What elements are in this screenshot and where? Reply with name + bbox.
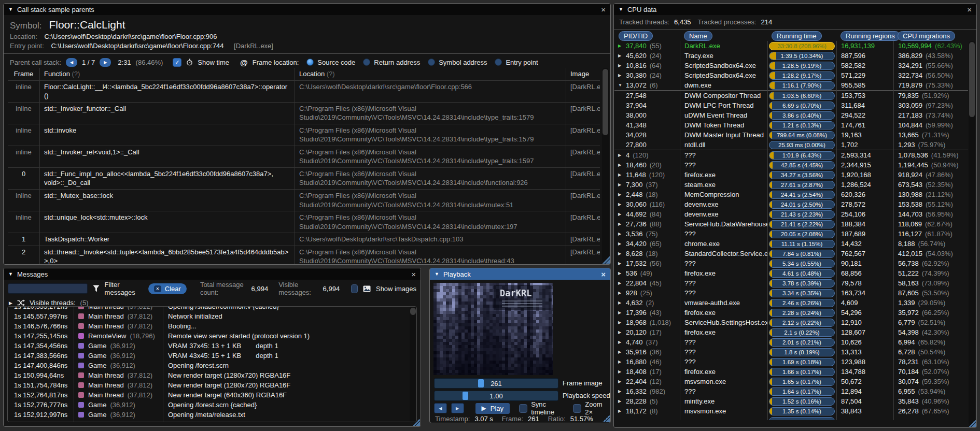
expand-row-icon[interactable]: ▶: [618, 320, 626, 325]
playback-titlebar[interactable]: ▼ Playback ×: [430, 268, 610, 280]
cpu-row[interactable]: ▶4(120)???1:01.9 (6.43%)2,593,3141,078,5…: [614, 150, 968, 160]
cpu-row[interactable]: ▶7,300(37)steam.exe27.61 s (2.87%)1,286,…: [614, 180, 968, 190]
callstack-row[interactable]: inlinestd::unique_lock<std::mutex>::lock…: [8, 211, 600, 233]
cpu-row[interactable]: ▶22,404(12)msvsmon.exe1.65 s (0.17%)50,6…: [614, 377, 968, 386]
message-row[interactable]: 1s 147,383,566nsGame(36,912)VRAM 43x45: …: [8, 351, 416, 361]
cpu-row[interactable]: ▼13,072(6)dwm.exe1:16.1 (7.90%)955,58571…: [614, 80, 968, 90]
cpu-row[interactable]: ▶27,736(88)ServiceHub.DataWarehouse21.41…: [614, 219, 968, 229]
expand-row-icon[interactable]: ▶: [618, 182, 626, 187]
sort-pid-button[interactable]: PID/TID: [619, 31, 653, 41]
scrollbar-thumb[interactable]: [969, 42, 975, 117]
message-row[interactable]: 1s 151,754,784nsMain thread(37,812)New r…: [8, 380, 416, 390]
close-icon[interactable]: ×: [967, 6, 972, 13]
resize-grip[interactable]: [413, 419, 420, 426]
cpu-row[interactable]: ▶536(49)firefox.exe4.61 s (0.48%)68,8565…: [614, 268, 968, 278]
cpu-row[interactable]: ▶10,816(64)ScriptedSandbox64.exe1:28.5 (…: [614, 61, 968, 70]
callstack-row[interactable]: 2std::thread::_Invoke<std::tuple<<lambda…: [8, 246, 600, 265]
callstack-row[interactable]: inlinestd::_Invoker_functor::_CallC:\Pro…: [8, 103, 600, 124]
expand-row-icon[interactable]: ▶: [618, 73, 626, 78]
callstack-row[interactable]: inlineFloor::CalcLight::__l4::<lambda_5b…: [8, 81, 600, 103]
expand-row-icon[interactable]: ▶: [618, 300, 626, 305]
prev-frame-button[interactable]: ◀: [434, 403, 447, 413]
cpu-row[interactable]: ▶18,408(17)firefox.exe1.66 s (0.17%)134,…: [614, 367, 968, 377]
zoom-2x-checkbox[interactable]: Zoom 2×: [573, 400, 610, 416]
sort-name-button[interactable]: Name: [684, 31, 712, 41]
radio-entry-point[interactable]: Entry point: [495, 59, 538, 66]
callstack-row[interactable]: inlinestd::_Invoker_ret<void,1>::_CallC:…: [8, 146, 600, 168]
radio-source-code[interactable]: Source code: [306, 59, 355, 66]
close-icon[interactable]: ×: [411, 270, 416, 278]
sort-cpu-migrations-button[interactable]: CPU migrations: [898, 31, 955, 41]
expand-row-icon[interactable]: ▶: [618, 291, 626, 295]
expand-row-icon[interactable]: ▶: [618, 53, 626, 58]
show-time-label[interactable]: Show time: [198, 59, 229, 66]
cpu-row[interactable]: ▶30,060(116)devenv.exe24.01 s (2.50%)278…: [614, 199, 968, 209]
expand-row-icon[interactable]: ▶: [618, 271, 626, 276]
sort-running-regions-button[interactable]: Running regions: [841, 31, 900, 41]
message-row[interactable]: 1s 153,116,97nsGame(36,912)Intro menu lo…: [8, 420, 416, 422]
expand-row-icon[interactable]: ▶: [618, 261, 626, 266]
expand-row-icon[interactable]: ▶: [618, 212, 626, 217]
callstack-scrollbar[interactable]: [602, 68, 609, 262]
sort-running-time-button[interactable]: Running time: [772, 31, 822, 41]
expand-row-icon[interactable]: ▶: [618, 330, 626, 335]
message-row[interactable]: 1s 145,557,997nsMain thread(37,812)Netwo…: [8, 311, 416, 321]
callstack-row[interactable]: 0std::_Func_impl_no_alloc<<lambda_5bc224…: [8, 168, 600, 190]
show-time-checkbox[interactable]: ✓: [173, 58, 181, 67]
scrollbar-thumb[interactable]: [410, 308, 416, 315]
cpu-row[interactable]: ▶20,120(17)firefox.exe2.1 s (0.22%)128,6…: [614, 327, 968, 337]
message-row[interactable]: 1s 152,776,777nsGame(36,912)Opening /for…: [8, 400, 416, 410]
expand-row-icon[interactable]: ▶: [618, 360, 626, 364]
cpu-row[interactable]: ▶2,448(18)MemCompression24.41 s (2.54%)6…: [614, 190, 968, 199]
cpu-row[interactable]: ▶17,532(56)???5.34 s (0.55%)90,18156,738…: [614, 258, 968, 268]
expand-row-icon[interactable]: ▶: [618, 241, 626, 246]
cpu-row[interactable]: ▶16,880(46)???1.69 s (0.18%)123,98878,23…: [614, 357, 968, 367]
collapse-icon[interactable]: ▼: [435, 271, 439, 277]
messages-scrollbar[interactable]: [410, 307, 416, 422]
message-row[interactable]: 1s 120,333,272nsMain thread(37,812)Openi…: [8, 306, 416, 311]
cpu-row[interactable]: ▶18,172(8)msvsmon.exe1.35 s (0.14%)38,84…: [614, 406, 968, 416]
expand-row-icon[interactable]: ▶: [618, 409, 626, 413]
expand-row-icon[interactable]: ▶: [618, 399, 626, 404]
cpu-row[interactable]: ▶18,460(20)???42.85 s (4.45%)2,344,9151,…: [614, 160, 968, 170]
next-parent-button[interactable]: ▶: [100, 58, 111, 67]
callstack-row[interactable]: inlinestd::_Mutex_base::lockC:\Program F…: [8, 190, 600, 211]
collapse-row-icon[interactable]: ▼: [618, 83, 626, 88]
expand-row-icon[interactable]: ▶: [618, 192, 626, 197]
expand-row-icon[interactable]: ▶: [618, 173, 626, 177]
expand-row-icon[interactable]: ▶: [618, 222, 626, 226]
expand-row-icon[interactable]: ▶: [618, 350, 626, 354]
cpu-row[interactable]: [614, 416, 968, 420]
expand-row-icon[interactable]: ▶: [618, 389, 626, 394]
filter-input[interactable]: [8, 283, 88, 294]
prev-parent-button[interactable]: ◀: [66, 58, 77, 67]
expand-row-icon[interactable]: ▶: [618, 340, 626, 344]
cpu-row[interactable]: 27,800ntdll.dll25.93 ms (0.00%)1,7021,29…: [614, 140, 968, 150]
radio-return-address[interactable]: Return address: [363, 59, 420, 66]
close-icon[interactable]: ×: [601, 270, 606, 278]
cpu-row[interactable]: ▶37,840(55)DarkRL.exe33:30.8 (208.96%)16…: [614, 41, 968, 51]
cpu-row[interactable]: ▶35,916(36)???1.8 s (0.19%)13,3136,728(5…: [614, 347, 968, 357]
cpu-row[interactable]: ▶45,620(24)Tracy.exe1:39.5 (10.34%)887,5…: [614, 51, 968, 61]
cpu-row[interactable]: ▶22,804(45)???3.78 s (0.39%)79,57858,163…: [614, 278, 968, 288]
expand-row-icon[interactable]: ▶: [618, 379, 626, 384]
expand-row-icon[interactable]: ▶: [618, 153, 626, 157]
cpu-scrollbar[interactable]: [969, 41, 975, 426]
collapse-icon[interactable]: ▼: [8, 7, 13, 12]
cpu-row[interactable]: 27,548DWM Compositor Thread1:03.5 (6.60%…: [614, 90, 968, 100]
expand-row-icon[interactable]: ▶: [618, 281, 626, 285]
collapse-icon[interactable]: ▼: [8, 271, 13, 277]
cpu-row[interactable]: ▶4,632(2)vmware-authd.exe2.46 s (0.26%)4…: [614, 298, 968, 308]
cpu-row[interactable]: ▶4,740(37)???2.01 s (0.21%)10,6266,994(6…: [614, 337, 968, 347]
message-row[interactable]: 1s 152,912,997nsGame(36,912)Opening /met…: [8, 410, 416, 420]
cpu-row[interactable]: ▶28,228(5)mintty.exe1.52 s (0.16%)87,504…: [614, 396, 968, 406]
message-row[interactable]: 1s 147,400,846nsGame(36,912)Opening /for…: [8, 361, 416, 370]
cpu-row[interactable]: 38,000uDWM Event Thread3.86 s (0.40%)294…: [614, 110, 968, 120]
cpu-row[interactable]: ▶17,396(43)firefox.exe2.28 s (0.24%)54,2…: [614, 308, 968, 318]
expand-icon[interactable]: ▶: [9, 300, 12, 306]
cpu-row[interactable]: 41,348DWM Token Thread1.21 s (0.13%)174,…: [614, 120, 968, 130]
expand-row-icon[interactable]: ▶: [618, 202, 626, 207]
radio-symbol-address[interactable]: Symbol address: [428, 59, 487, 66]
expand-row-icon[interactable]: ▶: [618, 369, 626, 374]
resize-grip[interactable]: [603, 256, 610, 264]
